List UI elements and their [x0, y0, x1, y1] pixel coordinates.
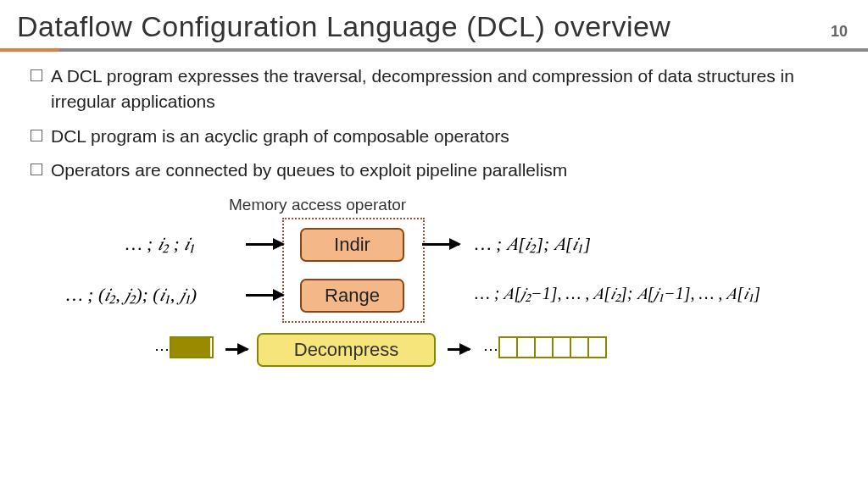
- decompressed-data-icon: [498, 336, 607, 358]
- page-number: 10: [831, 23, 851, 41]
- range-input-stream: … ; (𝑖₂, 𝑗₂); (𝑖₁, 𝑗₁): [66, 284, 197, 306]
- bullet-text: Operators are connected by queues to exp…: [51, 158, 567, 183]
- operator-range: Range: [300, 279, 404, 313]
- bullet-icon: [31, 69, 42, 81]
- list-item: DCL program is an acyclic graph of compo…: [31, 124, 837, 149]
- list-item: A DCL program expresses the traversal, d…: [31, 64, 837, 115]
- ellipsis-icon: ⋯: [483, 340, 499, 358]
- ellipsis-icon: ⋯: [154, 340, 170, 358]
- title-rule: [0, 48, 868, 52]
- indir-input-stream: … ; 𝑖₂ ; 𝑖₁: [125, 233, 195, 255]
- arrow-icon: [448, 348, 470, 351]
- list-item: Operators are connected by queues to exp…: [31, 158, 837, 183]
- bullet-text: DCL program is an acyclic graph of compo…: [51, 124, 509, 149]
- bullet-icon: [31, 164, 42, 175]
- indir-output-stream: … ; 𝐴[𝑖₂]; 𝐴[𝑖₁]: [475, 233, 591, 255]
- compressed-data-icon: [170, 336, 214, 358]
- operator-indir: Indir: [300, 228, 404, 262]
- bullet-text: A DCL program expresses the traversal, d…: [51, 64, 837, 115]
- page-title: Dataflow Configuration Language (DCL) ov…: [17, 10, 670, 43]
- diagram-area: Memory access operator … ; 𝑖₂ ; 𝑖₁ Indir…: [0, 194, 868, 414]
- arrow-icon: [422, 243, 459, 246]
- bullet-list: A DCL program expresses the traversal, d…: [0, 52, 868, 184]
- arrow-icon: [225, 348, 248, 351]
- memory-access-label: Memory access operator: [229, 196, 406, 214]
- arrow-icon: [246, 294, 283, 297]
- arrow-icon: [246, 243, 283, 246]
- operator-decompress: Decompress: [257, 333, 436, 367]
- range-output-stream: … ; 𝐴[𝑗₂−1], … , 𝐴[𝑖₂]; 𝐴[𝑗₁−1], … , 𝐴[𝑖…: [475, 284, 760, 303]
- bullet-icon: [31, 130, 42, 141]
